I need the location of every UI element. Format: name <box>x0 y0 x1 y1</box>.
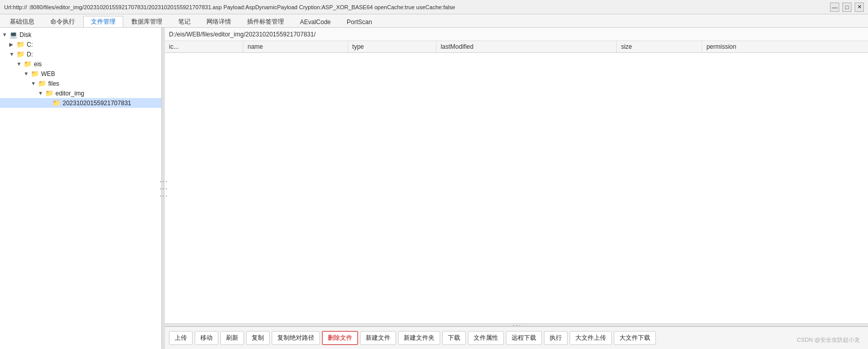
tree-label-d: D: <box>27 51 33 58</box>
tree-panel: ▼💻Disk▶📁C:▼📁D:▼📁eis▼📁WEB▼📁files▼📁editor_… <box>0 28 162 349</box>
bigdownload-button[interactable]: 大文件下载 <box>614 331 656 345</box>
copy-button[interactable]: 复制 <box>246 331 270 345</box>
tree-item-folder_20231020[interactable]: 📁20231020155921707831 <box>0 98 161 108</box>
col-header-type[interactable]: type <box>348 41 436 53</box>
refresh-button[interactable]: 刷新 <box>220 331 244 345</box>
bigupload-button[interactable]: 大文件上传 <box>570 331 612 345</box>
tree-folder-icon-files: 📁 <box>38 80 46 87</box>
tree-label-files: files <box>48 80 59 87</box>
tree-item-web[interactable]: ▼📁WEB <box>0 69 161 79</box>
nav-tab-shujukuguanli[interactable]: 数据库管理 <box>124 16 170 27</box>
newfile-button[interactable]: 新建文件 <box>360 331 396 345</box>
tree-folder-icon-eis: 📁 <box>24 60 32 68</box>
tree-folder-icon-disk: 💻 <box>9 31 17 38</box>
nav-tab-minglinzhixing[interactable]: 命令执行 <box>43 16 83 27</box>
right-panel: D:/eis/WEB/files/editor_img/202310201559… <box>165 28 868 349</box>
col-header-name[interactable]: name <box>243 41 348 53</box>
col-header-lastModified[interactable]: lastModified <box>436 41 616 53</box>
tree-item-eis[interactable]: ▼📁eis <box>0 59 161 69</box>
minimize-button[interactable]: — <box>830 3 839 12</box>
nav-tab-jichuxinxi[interactable]: 基础信息 <box>2 16 42 27</box>
fileattr-button[interactable]: 文件属性 <box>468 331 504 345</box>
nav-tab-chajianbiqianquanli[interactable]: 插件标签管理 <box>239 16 292 27</box>
tree-label-eis: eis <box>34 61 42 68</box>
file-table: ic...nametypelastModifiedsizepermission <box>165 41 868 53</box>
upload-button[interactable]: 上传 <box>169 331 193 345</box>
tree-label-folder_20231020: 20231020155921707831 <box>63 100 131 107</box>
tree-item-d[interactable]: ▼📁D: <box>0 49 161 59</box>
newfolder-button[interactable]: 新建文件夹 <box>398 331 440 345</box>
tree-folder-icon-editor_img: 📁 <box>45 89 53 97</box>
col-header-size[interactable]: size <box>617 41 702 53</box>
maximize-button[interactable]: □ <box>842 3 852 12</box>
tree-folder-icon-web: 📁 <box>31 70 39 77</box>
tree-label-c: C: <box>27 41 33 48</box>
titlebar-url: Url:http:// :8080/files/editor_img/20231… <box>4 4 830 10</box>
copypath-button[interactable]: 复制绝对路径 <box>272 331 320 345</box>
titlebar: Url:http:// :8080/files/editor_img/20231… <box>0 0 868 14</box>
delete-button[interactable]: 删除文件 <box>322 331 358 345</box>
tree-item-editor_img[interactable]: ▼📁editor_img <box>0 88 161 98</box>
main-container: ▼💻Disk▶📁C:▼📁D:▼📁eis▼📁WEB▼📁files▼📁editor_… <box>0 28 868 349</box>
nav-tab-biji[interactable]: 笔记 <box>171 16 198 27</box>
close-button[interactable]: ✕ <box>855 3 864 12</box>
tree-item-c[interactable]: ▶📁C: <box>0 40 161 49</box>
tree-toggle-disk[interactable]: ▼ <box>2 32 9 37</box>
remotedownload-button[interactable]: 远程下载 <box>506 331 542 345</box>
current-path: D:/eis/WEB/files/editor_img/202310201559… <box>169 31 316 38</box>
toolbar-bottom: 上传移动刷新复制复制绝对路径删除文件新建文件新建文件夹下载文件属性远程下载执行大… <box>165 326 868 349</box>
download-button[interactable]: 下载 <box>442 331 466 345</box>
file-table-header: ic...nametypelastModifiedsizepermission <box>165 41 868 53</box>
nav-tab-wangluoxiangqing[interactable]: 网络详情 <box>199 16 239 27</box>
tree-toggle-eis[interactable]: ▼ <box>16 61 24 67</box>
path-bar: D:/eis/WEB/files/editor_img/202310201559… <box>165 28 868 41</box>
nav-tab-portscan[interactable]: PortScan <box>339 16 380 27</box>
tree-label-web: WEB <box>41 70 55 77</box>
tree-folder-icon-folder_20231020: 📁 <box>52 99 61 107</box>
file-table-wrapper: ic...nametypelastModifiedsizepermission <box>165 41 868 323</box>
move-button[interactable]: 移动 <box>195 331 218 345</box>
nav-tab-wenjianquanli[interactable]: 文件管理 <box>83 16 123 27</box>
tree-label-editor_img: editor_img <box>55 90 84 97</box>
col-header-permission[interactable]: permission <box>702 41 868 53</box>
execute-button[interactable]: 执行 <box>544 331 568 345</box>
tree-toggle-files[interactable]: ▼ <box>31 81 38 86</box>
tree-toggle-c[interactable]: ▶ <box>9 42 16 47</box>
tree-label-disk: Disk <box>20 31 31 38</box>
tree-toggle-editor_img[interactable]: ▼ <box>38 90 45 96</box>
tree-folder-icon-c: 📁 <box>16 41 25 48</box>
tree-folder-icon-d: 📁 <box>16 50 25 58</box>
titlebar-controls: — □ ✕ <box>830 3 864 12</box>
tree-toggle-d[interactable]: ▼ <box>9 51 16 57</box>
tree-item-disk[interactable]: ▼💻Disk <box>0 30 161 40</box>
nav-tabs: 基础信息命令执行文件管理数据库管理笔记网络详情插件标签管理AEvalCodePo… <box>0 14 868 28</box>
col-header-ic[interactable]: ic... <box>165 41 243 53</box>
nav-tab-aevalcode[interactable]: AEvalCode <box>292 16 338 27</box>
tree-item-files[interactable]: ▼📁files <box>0 79 161 88</box>
tree-toggle-web[interactable]: ▼ <box>24 71 31 76</box>
